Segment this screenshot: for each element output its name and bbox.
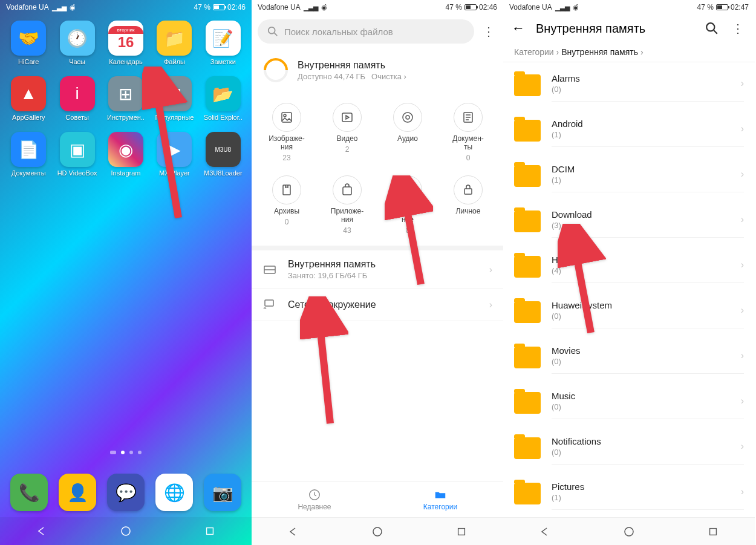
category-icon: [340, 110, 354, 125]
folder-list: Alarms (0) › Android (1) › DCIM (1) › Do…: [503, 62, 755, 516]
folder-row-android[interactable]: Android (1) ›: [503, 108, 755, 153]
svg-rect-8: [342, 113, 352, 122]
tab-recent[interactable]: Недавнее: [252, 481, 377, 517]
folder-row-movies[interactable]: Movies (0) ›: [503, 335, 755, 380]
app-icon-заметки[interactable]: 📝Заметки: [200, 21, 247, 65]
home-grid: 🤝HiCare🕐Часывторник16Календарь📁Файлы📝Зам…: [0, 15, 252, 183]
folder-row-notifications[interactable]: Notifications (0) ›: [503, 425, 755, 471]
nav-recent[interactable]: [705, 523, 722, 540]
network-icon: [262, 298, 277, 312]
folder-icon: [514, 392, 541, 414]
category-label: Архивы: [274, 207, 299, 215]
category-3[interactable]: Докумен-ты 0: [439, 103, 497, 162]
folder-row-huaweisystem[interactable]: HuaweiSystem (0) ›: [503, 289, 755, 335]
folder-icon: [514, 256, 541, 278]
internal-storage-row[interactable]: Внутренняя память Занято: 19,6 ГБ/64 ГБ …: [252, 250, 503, 289]
nav-home[interactable]: [117, 523, 134, 540]
app-label: MX Player: [159, 169, 190, 177]
category-2[interactable]: Аудио: [379, 103, 437, 162]
chevron-right-icon: ›: [741, 169, 744, 180]
dock-app[interactable]: 📞: [10, 474, 48, 511]
dock-app[interactable]: 👤: [59, 474, 96, 511]
category-5[interactable]: Приложе-ния 43: [318, 175, 376, 235]
breadcrumb[interactable]: Категории › Внутренняя память ›: [503, 42, 755, 62]
folder-count: (1): [552, 130, 741, 139]
svg-rect-16: [343, 187, 351, 195]
category-icon: [279, 110, 294, 125]
app-icon-hicare[interactable]: 🤝HiCare: [5, 21, 52, 65]
app-icon-документы[interactable]: 📄Документы: [5, 132, 52, 177]
search-icon[interactable]: [705, 22, 719, 35]
folder-name: Music: [552, 391, 741, 401]
category-count: 0: [466, 154, 471, 162]
app-icon-инструмен[interactable]: ⊞Инструмен..: [102, 76, 149, 121]
nav-recent[interactable]: [453, 523, 470, 540]
divider: [252, 246, 503, 250]
app-label: Популярные: [155, 114, 194, 121]
header: ← Внутренняя память ⋮: [503, 15, 755, 42]
app-icon-hdvideobox[interactable]: ▣HD VideoBox: [53, 132, 100, 177]
nav-home[interactable]: [369, 523, 386, 540]
folder-name: Pictures: [552, 481, 741, 492]
search-placeholder: Поиск локальных файлов: [284, 27, 393, 37]
category-icon: [279, 183, 294, 197]
storage-icon: [262, 263, 277, 277]
app-icon-часы[interactable]: 🕐Часы: [53, 21, 100, 65]
folder-row-alarms[interactable]: Alarms (0) ›: [503, 62, 755, 108]
folder-row-download[interactable]: Download (3) ›: [503, 198, 755, 244]
folder-row-huawei[interactable]: Huawei (4) ›: [503, 244, 755, 289]
chevron-right-icon: ›: [741, 259, 744, 270]
nav-home[interactable]: [621, 523, 637, 540]
wifi-icon: ◉̂: [573, 4, 579, 11]
battery-icon: [213, 4, 225, 10]
app-icon-популярные[interactable]: ⊞Популярные: [151, 76, 198, 121]
category-7[interactable]: Личное: [439, 175, 497, 235]
app-icon-файлы[interactable]: 📁Файлы: [151, 21, 198, 65]
storage-ring-icon: [259, 53, 293, 88]
folder-row-music[interactable]: Music (0) ›: [503, 380, 755, 425]
phone-home-screen: Vodafone UA ▁▃▅ ◉̂ 47 % 02:46 🤝HiCare🕐Ча…: [0, 0, 252, 545]
dock-app[interactable]: 📷: [204, 474, 241, 511]
app-icon-instagram[interactable]: ◉Instagram: [102, 132, 149, 177]
nav-back[interactable]: [536, 523, 553, 540]
nav-back[interactable]: [33, 523, 50, 540]
network-row[interactable]: Сетевое окружение ›: [252, 289, 503, 321]
wifi-icon: ◉̂: [321, 4, 327, 11]
app-icon-appgallery[interactable]: ▲AppGallery: [5, 76, 52, 121]
dock-app[interactable]: 🌐: [155, 474, 193, 511]
category-count: 23: [282, 154, 290, 162]
statusbar: Vodafone UA ▁▃▅ ◉̂ 47 % 02:46: [252, 0, 503, 15]
category-count: 0: [406, 226, 410, 235]
cleanup-link[interactable]: Очистка ›: [371, 72, 406, 81]
signal-icon: ▁▃▅: [52, 4, 67, 11]
folder-icon: [514, 437, 541, 459]
folder-count: (0): [552, 312, 741, 321]
category-1[interactable]: Видео 2: [318, 103, 376, 162]
nav-recent[interactable]: [201, 523, 218, 540]
category-0[interactable]: Изображе-ния 23: [258, 103, 316, 162]
storage-banner[interactable]: Внутренняя память Доступно 44,74 ГБ Очис…: [252, 48, 503, 92]
dock-app[interactable]: 💬: [107, 474, 145, 511]
app-icon-mxplayer[interactable]: ▶MX Player: [151, 132, 198, 177]
back-button[interactable]: ←: [512, 21, 525, 36]
category-6[interactable]: Избран-ное 0: [379, 175, 437, 235]
overflow-menu[interactable]: ⋮: [480, 24, 497, 39]
battery-pct: 47 %: [446, 3, 462, 11]
category-icon: [340, 183, 354, 197]
overflow-menu[interactable]: ⋮: [729, 21, 746, 36]
folder-name: DCIM: [552, 164, 741, 174]
svg-line-25: [318, 308, 330, 423]
category-4[interactable]: Архивы 0: [258, 175, 316, 235]
app-icon-календарь[interactable]: вторник16Календарь: [102, 21, 149, 65]
tab-categories[interactable]: Категории: [377, 481, 503, 517]
search-input[interactable]: Поиск локальных файлов: [258, 19, 474, 44]
app-icon-solidexplor[interactable]: 📂Solid Explor..: [200, 76, 247, 121]
folder-row-pictures[interactable]: Pictures (1) ›: [503, 471, 755, 516]
folder-name: Notifications: [552, 436, 741, 446]
folder-row-dcim[interactable]: DCIM (1) ›: [503, 153, 755, 198]
app-icon-m3u8loader[interactable]: M3U8M3U8Loader: [200, 132, 247, 177]
app-label: Instagram: [111, 169, 141, 177]
nav-back[interactable]: [285, 523, 302, 540]
category-label: Избран-ное: [394, 207, 422, 224]
app-icon-советы[interactable]: iСоветы: [53, 76, 100, 121]
